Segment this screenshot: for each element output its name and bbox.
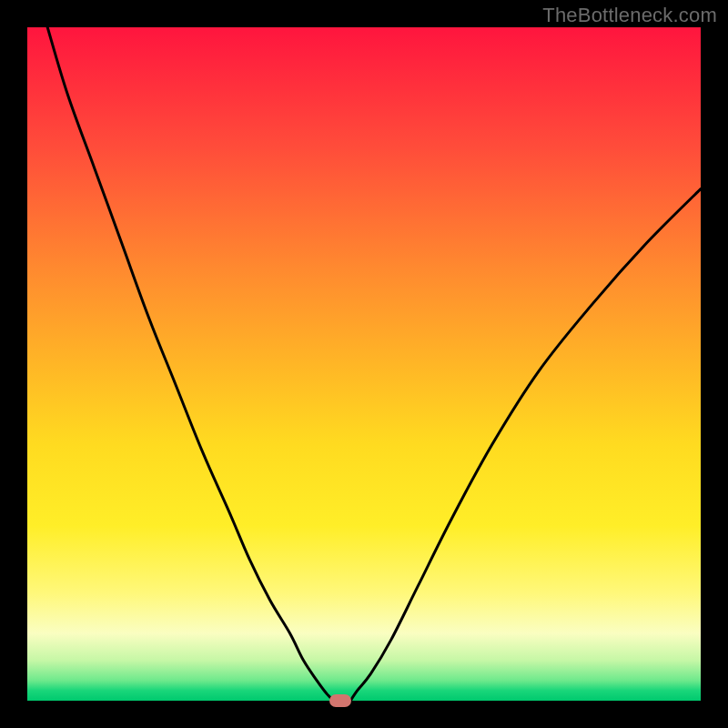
watermark-text: TheBottleneck.com [542, 4, 717, 27]
bottleneck-curve [27, 27, 701, 701]
minimum-marker [329, 694, 351, 707]
plot-area [27, 27, 701, 701]
curve-left-branch [47, 27, 334, 701]
chart-frame: TheBottleneck.com [0, 0, 728, 728]
curve-right-branch [350, 189, 701, 701]
